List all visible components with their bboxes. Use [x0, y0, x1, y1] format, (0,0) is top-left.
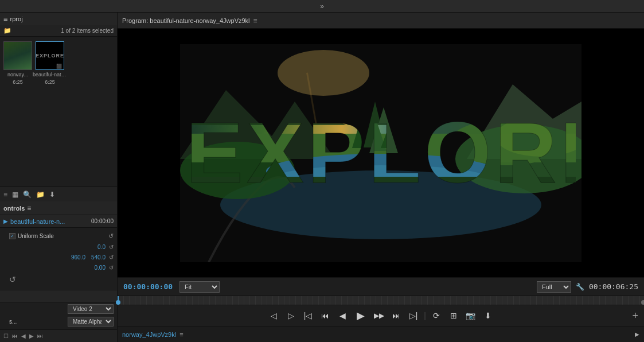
sequence-arrow-icon[interactable]: ▶: [635, 331, 639, 337]
ec-dropdown-blend: s... Matte Alpha Normal Screen: [0, 315, 117, 328]
step-back-btn[interactable]: ⏮: [318, 309, 332, 322]
thumbnail-item-explore[interactable]: EXPLORE ⬛ beautiful-nature-norwa... 6:25: [36, 41, 64, 182]
ec-title: ontrols: [3, 205, 25, 212]
project-thumbnails: norway... 6:25 EXPLORE ⬛ beautiful-natur…: [0, 37, 117, 186]
go-to-in-btn[interactable]: |◁: [301, 309, 315, 322]
step-fwd-btn[interactable]: ⏭: [389, 309, 403, 322]
program-controls: 00:00:00:00 Fit 100% 50% Full 1/2 1/4 🔧 …: [118, 277, 644, 326]
ec-prop-value-x: 0.0 ↺: [0, 242, 117, 252]
hamburger-icon[interactable]: ≡: [3, 15, 8, 24]
frame-fwd-btn[interactable]: ▶▶: [372, 309, 386, 322]
transport-sep-1: |: [424, 311, 426, 320]
position-reset[interactable]: ↺: [109, 254, 114, 261]
lbb-step-back[interactable]: ◀: [21, 333, 26, 339]
add-monitor-btn[interactable]: +: [632, 310, 638, 322]
safe-margins-btn[interactable]: ⊞: [447, 309, 460, 322]
ec-clip-arrow[interactable]: ▶: [3, 218, 8, 224]
program-title: Program: beautiful-nature-norway_4JwpVz9…: [122, 17, 250, 24]
fit-dropdown[interactable]: Fit 100% 50%: [179, 281, 220, 293]
thumbnail-img-norway[interactable]: [3, 41, 32, 70]
thumbnail-img-explore[interactable]: EXPLORE ⬛: [36, 41, 64, 70]
program-header: Program: beautiful-nature-norway_4JwpVz9…: [118, 13, 644, 29]
transport-row: ◁ ▷ |◁ ⏮ ◀ ▶ ▶▶ ⏭ ▷| | ⟳ ⊞ 📷 ⬇ +: [118, 305, 644, 326]
new-bin-icon[interactable]: 📁: [36, 191, 45, 199]
ec-properties: Uniform Scale ↺ 0.0 ↺ 960.0 540.0 ↺: [0, 228, 117, 329]
value-x-val[interactable]: 0.0: [97, 244, 106, 250]
svg-point-8: [278, 50, 369, 96]
expand-icon[interactable]: »: [320, 2, 324, 10]
explore-text-container: EXPLORE: [186, 102, 576, 204]
program-viewport: EXPLORE: [118, 29, 644, 277]
ec-prop-position: 960.0 540.0 ↺: [0, 252, 117, 262]
thumbnail-item-norway[interactable]: norway... 6:25: [3, 41, 32, 182]
ec-prop-rotation: 0.00 ↺: [0, 262, 117, 273]
ec-prop-uniform-scale: Uniform Scale ↺: [0, 230, 117, 242]
search-icon[interactable]: 🔍: [23, 191, 32, 199]
top-bar: »: [0, 0, 644, 13]
value-x-reset[interactable]: ↺: [109, 244, 114, 250]
new-item-icon[interactable]: ⬇: [49, 191, 55, 199]
explore-svg: EXPLORE: [186, 102, 576, 194]
icon-view-icon[interactable]: ▦: [12, 191, 18, 199]
lbb-checkbox-icon: ☐: [3, 333, 9, 339]
ec-dropdown-video: Video 2 Video 1 Video 3: [0, 302, 117, 315]
timeline-scrub[interactable]: [118, 296, 644, 305]
svg-text:EXPLORE: EXPLORE: [186, 104, 576, 194]
blend-mode-dropdown[interactable]: Matte Alpha Normal Screen: [68, 317, 114, 327]
play-btn[interactable]: ▶: [353, 308, 369, 324]
transport-controls: ◁ ▷ |◁ ⏮ ◀ ▶ ▶▶ ⏭ ▷| | ⟳ ⊞ 📷 ⬇: [118, 305, 644, 326]
ec-header: ontrols ≡: [0, 201, 117, 215]
scrub-dot-left: [116, 300, 120, 305]
go-to-out-btn[interactable]: ▷|: [407, 309, 420, 322]
position-val2[interactable]: 540.0: [91, 254, 106, 261]
mark-out-btn[interactable]: ▷: [284, 309, 298, 322]
selected-count: 1 of 2 items selected: [61, 28, 114, 34]
loop-btn[interactable]: ⟳: [430, 309, 443, 322]
list-view-icon[interactable]: ≡: [3, 191, 7, 199]
bottom-timeline: norway_4JwpVz9kl ≡ ▶: [118, 326, 644, 342]
project-panel-header: ≡ rproj: [0, 13, 117, 25]
timecode-end: 00:00:06:25: [589, 282, 638, 291]
project-toolbar: 📁 1 of 2 items selected: [0, 25, 117, 37]
thumb-overlay-icon: ⬛: [55, 64, 63, 69]
uniform-scale-reset[interactable]: ↺: [108, 232, 114, 240]
rotation-val[interactable]: 0.00: [95, 265, 106, 271]
thumb-label-explore: beautiful-nature-norwa...: [33, 72, 67, 77]
sequence-name: norway_4JwpVz9kl: [122, 331, 176, 338]
mark-in-btn[interactable]: ◁: [267, 309, 280, 322]
left-panel: ≡ rproj 📁 1 of 2 items selected norway..…: [0, 13, 118, 342]
project-panel-title: rproj: [10, 15, 23, 22]
lbb-play-back[interactable]: ⏮: [12, 333, 18, 339]
folder-icon: 📁: [3, 27, 11, 34]
ec-menu-icon[interactable]: ≡: [27, 204, 31, 212]
sequence-menu-icon[interactable]: ≡: [179, 331, 183, 338]
effect-controls-panel: ontrols ≡ ▶ beautiful-nature-n... 00:00:…: [0, 201, 117, 342]
main-layout: ≡ rproj 📁 1 of 2 items selected norway..…: [0, 13, 644, 342]
frame-back-btn[interactable]: ◀: [335, 309, 349, 322]
lbb-step-fwd[interactable]: ▶: [29, 333, 34, 339]
video-channel-dropdown[interactable]: Video 2 Video 1 Video 3: [68, 304, 114, 314]
quality-dropdown[interactable]: Full 1/2 1/4: [537, 281, 571, 293]
thumb-duration-explore: 6:25: [45, 79, 55, 85]
scrub-dot-right: [641, 300, 644, 305]
lbb-play-fwd[interactable]: ⏭: [37, 333, 43, 339]
timecode-bar: 00:00:00:00 Fit 100% 50% Full 1/2 1/4 🔧 …: [118, 278, 644, 296]
left-bottom-bar: ☐ ⏮ ◀ ▶ ⏭: [0, 329, 117, 342]
insert-btn[interactable]: ⬇: [481, 309, 495, 322]
ec-clip-row: ▶ beautiful-nature-n... 00:00:00: [0, 215, 117, 228]
ec-clip-name: beautiful-nature-n...: [10, 218, 65, 225]
position-val[interactable]: 960.0: [71, 254, 85, 261]
reset-all-btn[interactable]: ↺: [9, 275, 16, 284]
scrub-track[interactable]: [118, 296, 644, 305]
explore-text: EXPLORE: [186, 102, 576, 204]
ec-section-header: [0, 290, 117, 302]
uniform-scale-checkbox[interactable]: [9, 233, 15, 239]
right-area: Program: beautiful-nature-norway_4JwpVz9…: [118, 13, 644, 342]
export-frame-btn[interactable]: 📷: [464, 309, 478, 322]
timecode-current[interactable]: 00:00:00:00: [123, 282, 175, 291]
program-menu-icon[interactable]: ≡: [253, 17, 257, 25]
wrench-icon[interactable]: 🔧: [576, 283, 584, 291]
thumb-duration-norway: 6:25: [13, 79, 23, 85]
rotation-reset[interactable]: ↺: [109, 265, 114, 271]
project-bottom-toolbar: ≡ ▦ 🔍 📁 ⬇: [0, 186, 117, 201]
